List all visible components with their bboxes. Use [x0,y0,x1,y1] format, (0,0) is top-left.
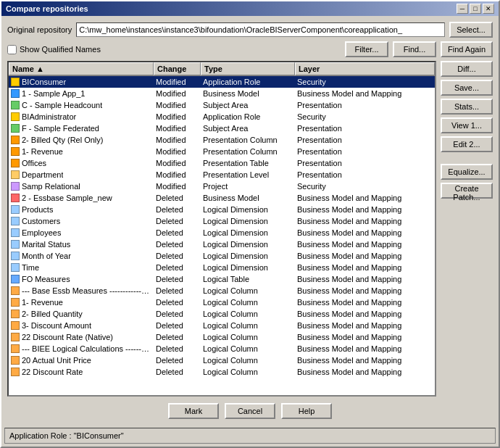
logical-dim-icon [11,228,20,237]
cell-layer: Business Model and Mapping [295,273,435,285]
cell-type: Business Model [201,192,295,204]
logical-col-icon [11,333,20,341]
column-change[interactable]: Change [154,62,201,75]
table-row[interactable]: 3- Discount AmountDeletedLogical ColumnB… [9,320,435,331]
filter-button[interactable]: Filter... [345,41,388,57]
main-area: Name ▲ Change Type Layer BIConsumerModif… [7,61,493,397]
title-bar-controls: ─ □ ✕ [457,4,494,14]
cell-change: Deleted [154,285,201,296]
logical-col-icon [11,356,20,365]
cell-name: 22 Discount Rate (Native) [9,331,154,343]
table-row[interactable]: EmployeesDeletedLogical DimensionBusines… [9,227,435,238]
find-again-button[interactable]: Find Again [441,41,493,57]
subject-area-icon [11,124,20,133]
logical-dim-icon [11,217,20,225]
row-name-text: 3- Discount Amount [22,321,91,330]
row-name-text: F - Sample Federated [22,124,99,133]
cell-name: Marital Status [9,238,154,250]
table-row[interactable]: 1 - Sample App_1ModifiedBusiness ModelBu… [9,88,435,99]
mark-button[interactable]: Mark [168,403,219,419]
table-row[interactable]: 22 Discount RateDeletedLogical ColumnBus… [9,366,435,378]
table-row[interactable]: --- BIEE Logical Calculations ----------… [9,343,435,354]
table-row[interactable]: Samp RelationalModifiedProjectSecurity [9,181,435,192]
table-row[interactable]: ProductsDeletedLogical DimensionBusiness… [9,204,435,215]
minimize-button[interactable]: ─ [457,4,468,14]
table-row[interactable]: 2- Billed Qty (Rel Only)ModifiedPresenta… [9,134,435,146]
original-repo-input[interactable] [76,22,445,37]
column-name[interactable]: Name ▲ [9,62,154,75]
table-row[interactable]: BIAdministratorModifiedApplication RoleS… [9,111,435,123]
cell-change: Deleted [154,343,201,354]
table-body[interactable]: BIConsumerModifiedApplication RoleSecuri… [9,76,435,395]
cell-name: 3- Discount Amount [9,320,154,331]
original-repo-label: Original repository [7,25,72,34]
status-bar: Application Role : "BIConsumer" [4,428,496,444]
cell-change: Deleted [154,331,201,343]
close-button[interactable]: ✕ [483,4,494,14]
cell-type: Logical Dimension [201,204,295,215]
cell-name: F - Sample Federated [9,123,154,134]
cell-type: Logical Table [201,273,295,285]
table-row[interactable]: FO MeasuresDeletedLogical TableBusiness … [9,273,435,285]
table-row[interactable]: 1- RevenueModifiedPresentation ColumnPre… [9,146,435,157]
table-row[interactable]: 2- Billed QuantityDeletedLogical ColumnB… [9,308,435,320]
cell-type: Logical Column [201,343,295,354]
cell-layer: Business Model and Mapping [295,343,435,354]
table-row[interactable]: 1- RevenueDeletedLogical ColumnBusiness … [9,296,435,308]
table-row[interactable]: OfficesModifiedPresentation TablePresent… [9,157,435,169]
save-button[interactable]: Save... [441,80,493,96]
cell-name: Time [9,262,154,273]
cell-name: Employees [9,227,154,238]
table-row[interactable]: 22 Discount Rate (Native)DeletedLogical … [9,331,435,343]
help-button[interactable]: Help [281,403,332,419]
cell-change: Modified [154,181,201,192]
stats-button[interactable]: Stats... [441,99,493,115]
table-row[interactable]: BIConsumerModifiedApplication RoleSecuri… [9,76,435,88]
cell-name: Department [9,169,154,181]
table-row[interactable]: --- Base Essb Measures -----------------… [9,285,435,296]
row-name-text: 1 - Sample App_1 [22,89,85,98]
diff-button[interactable]: Diff... [441,61,493,77]
column-type[interactable]: Type [201,62,295,75]
row-name-text: Products [22,205,53,214]
row-name-text: --- Base Essb Measures -----------------… [22,286,151,295]
show-qualified-names-checkbox[interactable] [7,45,17,54]
cell-name: Products [9,204,154,215]
cell-type: Logical Column [201,366,295,378]
table-row[interactable]: Month of YearDeletedLogical DimensionBus… [9,250,435,262]
table-row[interactable]: Marital StatusDeletedLogical DimensionBu… [9,238,435,250]
cancel-button[interactable]: Cancel [225,403,275,419]
view1-button[interactable]: View 1... [441,117,493,133]
logical-dim-icon [11,263,20,272]
cell-layer: Presentation [295,134,435,146]
maximize-button[interactable]: □ [470,4,481,14]
select-button[interactable]: Select... [449,22,493,38]
cell-change: Deleted [154,308,201,320]
row-name-text: 1- Revenue [22,147,63,156]
cell-name: Samp Relational [9,181,154,192]
table-row[interactable]: 20 Actual Unit PriceDeletedLogical Colum… [9,354,435,366]
equalize-button[interactable]: Equalize... [441,164,493,180]
table-row[interactable]: F - Sample FederatedModifiedSubject Area… [9,123,435,134]
row-name-text: 2- Billed Quantity [22,310,83,318]
row-name-text: 1- Revenue [22,298,63,307]
table-container: Name ▲ Change Type Layer BIConsumerModif… [7,61,436,397]
table-row[interactable]: TimeDeletedLogical DimensionBusiness Mod… [9,262,435,273]
create-patch-button[interactable]: Create Patch... [441,183,493,199]
cell-name: C - Sample Headcount [9,99,154,111]
table-row[interactable]: C - Sample HeadcountModifiedSubject Area… [9,99,435,111]
table-row[interactable]: CustomersDeletedLogical DimensionBusines… [9,215,435,227]
logical-col-icon [11,368,20,376]
table-row[interactable]: DepartmentModifiedPresentation LevelPres… [9,169,435,181]
cell-layer: Presentation [295,169,435,181]
row-name-text: Customers [22,217,60,225]
cell-change: Deleted [154,227,201,238]
logical-col-icon [11,310,20,318]
cell-name: 2- Billed Quantity [9,308,154,320]
row-name-text: BIAdministrator [22,112,76,121]
column-layer[interactable]: Layer [295,62,435,75]
table-row[interactable]: 2 - Essbase Sample_newDeletedBusiness Mo… [9,192,435,204]
logical-col-icon [11,344,20,353]
edit2-button[interactable]: Edit 2... [441,136,493,152]
find-button[interactable]: Find... [393,41,436,57]
